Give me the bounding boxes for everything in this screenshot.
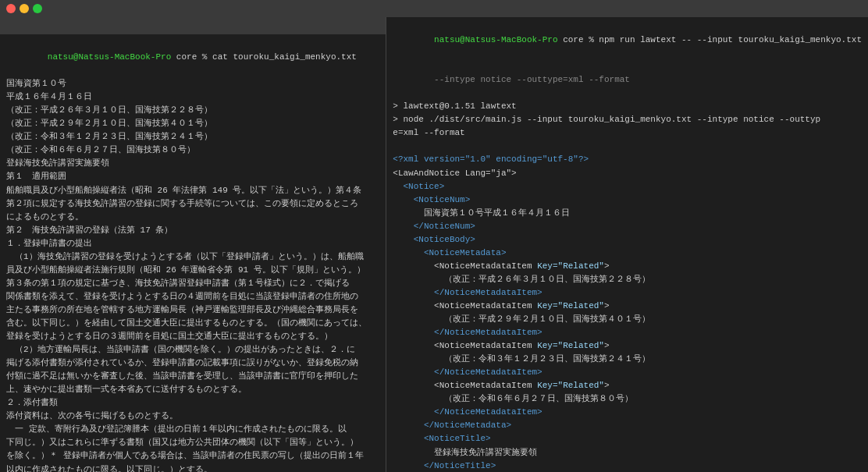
list-item: <NoticeBody> bbox=[393, 233, 862, 247]
list-item: 国海資第１０号平成１６年４月１６日 bbox=[393, 207, 862, 220]
list-item: </NoticeMetadataItem> bbox=[393, 366, 862, 379]
top-title-bar bbox=[0, 0, 868, 17]
list-item: e=xml --format bbox=[393, 126, 862, 140]
list-item: 下同じ。）又はこれらに準ずる書類（国又は地方公共団体の機関（以下「国等」という。… bbox=[6, 436, 379, 449]
list-item: （改正：令和６年６月２７日、国海技第８０号） bbox=[6, 144, 379, 157]
list-item: ２．添付書類 bbox=[6, 396, 379, 410]
list-item: </NoticeMetadataItem> bbox=[393, 406, 862, 419]
list-item: （2）地方運輸局長は、当該申請書（国の機関を除く。）の提出があったときは、２．に bbox=[6, 343, 379, 357]
list-item: <?xml version="1.0" encoding="utf-8"?> bbox=[393, 153, 862, 166]
list-item: 添付資料は、次の各号に掲げるものとする。 bbox=[6, 410, 379, 423]
list-item: 付額に過不足は無いかを審査した後、当該申請書を受理し、当該申請書に官庁印を押印し… bbox=[6, 370, 379, 383]
list-item: </NoticeNum> bbox=[393, 220, 862, 233]
list-item: <NoticeMetadataItem Key="Related"> bbox=[393, 260, 862, 273]
list-item: 第１ 適用範囲 bbox=[6, 170, 379, 183]
list-item: （改正：平成２９年２月１０日、国海技第４０１号） bbox=[393, 313, 862, 326]
list-item: 登録海技免許講習実施要領 bbox=[393, 446, 862, 460]
list-item: （改正：平成２６年３月１０日、国海技第２２８号） bbox=[6, 104, 379, 117]
list-item: 第２ 海技免許講習の登録（法第 17 条） bbox=[6, 224, 379, 237]
list-item: 一 定款、寄附行為及び登記簿謄本（提出の日前１年以内に作成されたものに限る。以 bbox=[6, 423, 379, 436]
list-item: によるものとする。 bbox=[6, 211, 379, 224]
list-item: 員及び小型船舶操縦者法施行規則（昭和 26 年運輸省令第 91 号。以下「規則」… bbox=[6, 264, 379, 277]
list-item: （改正：平成２６年３月１０日、国海技第２２８号） bbox=[393, 273, 862, 286]
list-item: <NoticeTitle> bbox=[393, 432, 862, 445]
left-output: 国海資第１０号平成１６年４月１６日（改正：平成２６年３月１０日、国海技第２２８号… bbox=[6, 77, 379, 472]
list-item: 主たる事務所の所在地を管轄する地方運輸局長（神戸運輸監理部長及び沖縄総合事務局長… bbox=[6, 303, 379, 317]
list-item: <Notice> bbox=[393, 180, 862, 193]
list-item: 関係書類を添えて、登録を受けようとする日の４週間前を目処に当該登録申請者の住所地… bbox=[6, 290, 379, 303]
list-item: > lawtext@0.1.51 lawtext bbox=[393, 100, 862, 113]
list-item: （改正：令和３年１２月２３日、国海技第２４１号） bbox=[6, 130, 379, 144]
right-content[interactable]: natsu@Natsus-MacBook-Pro core % npm run … bbox=[386, 17, 868, 472]
list-item: １．登録申請書の提出 bbox=[6, 237, 379, 250]
list-item: 第２項に規定する海技免許講習の登録に関する手続等については、この要領に定めるとこ… bbox=[6, 197, 379, 211]
list-item: </NoticeMetadata> bbox=[393, 419, 862, 432]
left-prompt: natsu@Natsus-MacBook-Pro core % cat tour… bbox=[6, 37, 379, 77]
list-item: 船舶職員及び小型船舶操縦者法（昭和 26 年法律第 149 号。以下「法」という… bbox=[6, 184, 379, 197]
list-item bbox=[393, 140, 862, 153]
list-item: <NoticeMetadata> bbox=[393, 247, 862, 260]
list-item: 第３条の第１項の規定に基づき、海技免許講習登録申請書（第１号様式）に２．で掲げる bbox=[6, 277, 379, 290]
list-item: （改正：平成２９年２月１０日、国海技第４０１号） bbox=[6, 117, 379, 130]
left-pane: natsu@Natsus-MacBook-Pro core % cat tour… bbox=[0, 17, 386, 472]
list-item: <LawAndNotice Lang="ja"> bbox=[393, 167, 862, 180]
list-item: 含む。以下同じ。）を経由して国土交通大臣に提出するものとする。（国の機関にあって… bbox=[6, 317, 379, 330]
list-item: <NoticeNum> bbox=[393, 193, 862, 207]
list-item: （1）海技免許講習の登録を受けようとする者（以下「登録申請者」という。）は、船舶… bbox=[6, 250, 379, 264]
main-content: natsu@Natsus-MacBook-Pro core % cat tour… bbox=[0, 17, 868, 472]
list-item: を除く。）＊ 登録申請者が個人である場合は、当該申請者の住民票の写し（提出の日前… bbox=[6, 449, 379, 463]
minimize-button[interactable] bbox=[20, 4, 29, 13]
left-title-bar bbox=[0, 17, 386, 34]
list-item: </NoticeMetadataItem> bbox=[393, 326, 862, 339]
right-pane: natsu@Natsus-MacBook-Pro core % npm run … bbox=[386, 17, 868, 472]
list-item: 国海資第１０号 bbox=[6, 77, 379, 90]
right-prompt: natsu@Natsus-MacBook-Pro core % npm run … bbox=[393, 20, 862, 60]
right-prompt-cont: --intype notice --outtype=xml --format bbox=[393, 60, 862, 100]
close-button[interactable] bbox=[6, 4, 16, 13]
list-item: （改正：令和３年１２月２３日、国海技第２４１号） bbox=[393, 353, 862, 366]
right-output: > lawtext@0.1.51 lawtext> node ./dist/sr… bbox=[393, 100, 862, 472]
list-item: 登録海技免許講習実施要領 bbox=[6, 157, 379, 170]
list-item: </NoticeTitle> bbox=[393, 460, 862, 472]
list-item: 以内に作成されたものに限る。以下同じ。）とする。 bbox=[6, 463, 379, 473]
maximize-button[interactable] bbox=[33, 4, 42, 13]
list-item: <NoticeMetadataItem Key="Related"> bbox=[393, 379, 862, 392]
left-content[interactable]: natsu@Natsus-MacBook-Pro core % cat tour… bbox=[0, 34, 386, 472]
list-item: </NoticeMetadataItem> bbox=[393, 286, 862, 300]
list-item: 平成１６年４月１６日 bbox=[6, 90, 379, 104]
list-item: <NoticeMetadataItem Key="Related"> bbox=[393, 339, 862, 353]
list-item: 登録を受けようとする日の３週間前を目処に国土交通大臣に提出するものとする。） bbox=[6, 330, 379, 343]
list-item: > node ./dist/src/main.js --input tourok… bbox=[393, 113, 862, 126]
list-item: 掲げる添付書類が添付されているか、登録申請書の記載事項に誤りがないか、登録免税の… bbox=[6, 357, 379, 370]
list-item: （改正：令和６年６月２７日、国海技第８０号） bbox=[393, 392, 862, 406]
list-item: <NoticeMetadataItem Key="Related"> bbox=[393, 300, 862, 313]
list-item: 上、速やかに提出書類一式を本省あてに送付するものとする。 bbox=[6, 383, 379, 396]
